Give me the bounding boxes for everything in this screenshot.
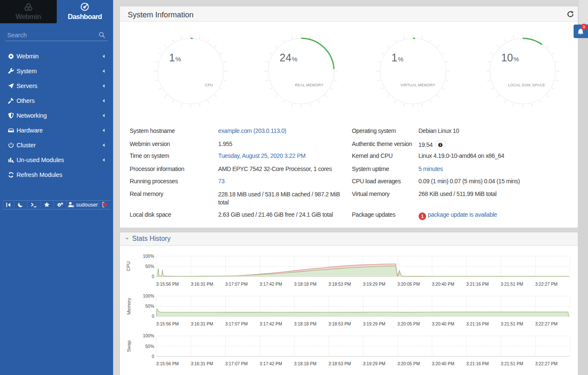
svg-text:3:16:31 PM: 3:16:31 PM — [191, 361, 213, 366]
svg-text:3:19:29 PM: 3:19:29 PM — [363, 361, 386, 366]
svg-text:3:20:40 PM: 3:20:40 PM — [432, 282, 454, 287]
svg-text:3:22:27 PM: 3:22:27 PM — [535, 322, 557, 326]
svg-text:100%: 100% — [143, 333, 154, 338]
svg-text:0: 0 — [152, 314, 154, 319]
svg-text:50%: 50% — [145, 344, 154, 349]
svg-text:10%: 10% — [501, 52, 519, 63]
svg-text:3:18:18 PM: 3:18:18 PM — [294, 361, 316, 366]
svg-text:3:15:56 PM: 3:15:56 PM — [156, 322, 179, 326]
svg-text:1%: 1% — [391, 52, 403, 63]
svg-text:LOCAL DISK SPACE: LOCAL DISK SPACE — [508, 83, 545, 87]
svg-text:3:21:16 PM: 3:21:16 PM — [466, 282, 489, 287]
svg-text:3:18:53 PM: 3:18:53 PM — [328, 322, 351, 326]
svg-text:3:17:42 PM: 3:17:42 PM — [260, 282, 282, 287]
svg-text:3:15:56 PM: 3:15:56 PM — [156, 282, 179, 287]
svg-text:3:18:18 PM: 3:18:18 PM — [294, 282, 316, 287]
svg-text:50%: 50% — [145, 264, 154, 269]
svg-text:3:20:40 PM: 3:20:40 PM — [432, 361, 454, 366]
svg-text:3:17:07 PM: 3:17:07 PM — [225, 361, 247, 366]
svg-text:3:21:51 PM: 3:21:51 PM — [501, 282, 523, 287]
svg-text:0: 0 — [152, 354, 154, 359]
svg-text:3:21:51 PM: 3:21:51 PM — [501, 322, 523, 326]
svg-text:3:22:27 PM: 3:22:27 PM — [535, 282, 557, 287]
svg-text:3:20:05 PM: 3:20:05 PM — [397, 322, 420, 326]
svg-text:3:19:29 PM: 3:19:29 PM — [363, 322, 386, 326]
svg-text:CPU: CPU — [205, 83, 213, 87]
svg-text:3:17:07 PM: 3:17:07 PM — [225, 322, 247, 326]
svg-text:Memory: Memory — [126, 298, 131, 314]
svg-text:3:18:18 PM: 3:18:18 PM — [294, 322, 316, 326]
svg-text:3:18:53 PM: 3:18:53 PM — [328, 282, 351, 287]
svg-text:3:20:40 PM: 3:20:40 PM — [432, 322, 454, 326]
svg-text:3:17:42 PM: 3:17:42 PM — [260, 361, 282, 366]
svg-text:REAL MEMORY: REAL MEMORY — [295, 83, 324, 87]
svg-text:3:16:31 PM: 3:16:31 PM — [191, 282, 213, 287]
svg-text:3:17:42 PM: 3:17:42 PM — [260, 322, 282, 326]
svg-text:3:22:27 PM: 3:22:27 PM — [535, 361, 557, 366]
svg-text:1%: 1% — [169, 52, 181, 63]
svg-text:3:18:53 PM: 3:18:53 PM — [328, 361, 351, 366]
svg-text:0: 0 — [152, 274, 154, 279]
svg-text:CPU: CPU — [126, 261, 131, 271]
svg-text:3:16:31 PM: 3:16:31 PM — [191, 322, 213, 326]
svg-text:VIRTUAL MEMORY: VIRTUAL MEMORY — [400, 83, 435, 87]
svg-text:3:21:16 PM: 3:21:16 PM — [466, 322, 489, 326]
svg-text:3:20:05 PM: 3:20:05 PM — [397, 361, 420, 366]
svg-text:3:15:56 PM: 3:15:56 PM — [156, 361, 179, 366]
svg-text:100%: 100% — [143, 254, 154, 259]
svg-text:50%: 50% — [145, 303, 154, 309]
svg-text:3:20:05 PM: 3:20:05 PM — [397, 282, 420, 287]
svg-text:24%: 24% — [280, 52, 297, 63]
svg-text:Swap: Swap — [126, 340, 131, 352]
svg-text:3:21:16 PM: 3:21:16 PM — [466, 361, 489, 366]
svg-text:3:17:07 PM: 3:17:07 PM — [225, 282, 247, 287]
svg-text:100%: 100% — [143, 293, 154, 298]
svg-text:3:19:29 PM: 3:19:29 PM — [363, 282, 386, 287]
svg-text:3:21:51 PM: 3:21:51 PM — [501, 361, 523, 366]
